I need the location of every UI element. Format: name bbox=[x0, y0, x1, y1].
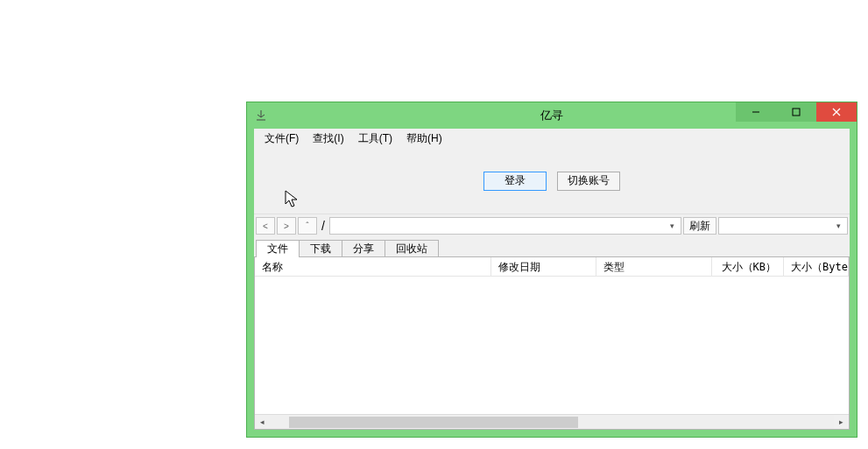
horizontal-scrollbar[interactable]: ◂ ▸ bbox=[255, 414, 849, 429]
minimize-button[interactable] bbox=[736, 102, 776, 122]
menu-file[interactable]: 文件(F) bbox=[258, 130, 306, 148]
toolbar: 登录 切换账号 bbox=[254, 148, 850, 214]
scroll-right-icon[interactable]: ▸ bbox=[834, 415, 849, 430]
login-button[interactable]: 登录 bbox=[483, 172, 547, 191]
list-body[interactable] bbox=[255, 277, 849, 414]
tab-download[interactable]: 下载 bbox=[299, 240, 342, 257]
client-area: 文件(F) 查找(I) 工具(T) 帮助(H) 登录 切换账号 < > ˆ / … bbox=[254, 129, 850, 430]
column-name[interactable]: 名称 bbox=[255, 257, 491, 276]
menu-help[interactable]: 帮助(H) bbox=[399, 130, 449, 148]
column-type[interactable]: 类型 bbox=[596, 257, 712, 276]
tab-recycle[interactable]: 回收站 bbox=[385, 240, 439, 257]
app-icon bbox=[254, 109, 268, 123]
menu-tools[interactable]: 工具(T) bbox=[351, 130, 399, 148]
nav-separator: / bbox=[319, 219, 328, 233]
menubar: 文件(F) 查找(I) 工具(T) 帮助(H) bbox=[254, 129, 850, 148]
scroll-thumb[interactable] bbox=[289, 417, 578, 428]
app-window: 亿寻 文件(F) 查找(I) 工具(T) 帮助(H) 登录 切换账号 < > bbox=[246, 102, 857, 438]
nav-forward-button[interactable]: > bbox=[277, 217, 296, 235]
nav-back-button[interactable]: < bbox=[256, 217, 275, 235]
column-size-kb[interactable]: 大小（KB） bbox=[712, 257, 784, 276]
scroll-track[interactable] bbox=[270, 415, 834, 430]
column-headers: 名称 修改日期 类型 大小（KB） 大小（Byte） bbox=[255, 257, 849, 277]
filter-combobox[interactable]: ▾ bbox=[718, 217, 848, 235]
window-controls bbox=[736, 102, 857, 122]
svg-rect-1 bbox=[793, 109, 800, 116]
tab-files[interactable]: 文件 bbox=[256, 240, 300, 257]
titlebar[interactable]: 亿寻 bbox=[247, 102, 857, 129]
switch-account-button[interactable]: 切换账号 bbox=[557, 172, 620, 191]
tabstrip: 文件 下载 分享 回收站 bbox=[254, 237, 850, 256]
column-modified[interactable]: 修改日期 bbox=[491, 257, 596, 276]
close-button[interactable] bbox=[816, 102, 857, 122]
tab-share[interactable]: 分享 bbox=[342, 240, 385, 257]
maximize-button[interactable] bbox=[776, 102, 816, 122]
nav-up-button[interactable]: ˆ bbox=[298, 217, 317, 235]
chevron-down-icon: ▾ bbox=[665, 218, 679, 234]
file-listview[interactable]: 名称 修改日期 类型 大小（KB） 大小（Byte） ◂ ▸ bbox=[254, 256, 850, 430]
refresh-button[interactable]: 刷新 bbox=[683, 217, 716, 235]
menu-find[interactable]: 查找(I) bbox=[306, 130, 350, 148]
scroll-left-icon[interactable]: ◂ bbox=[255, 415, 270, 430]
column-size-byte[interactable]: 大小（Byte） bbox=[784, 257, 849, 276]
navbar: < > ˆ / ▾ 刷新 ▾ bbox=[254, 214, 850, 237]
path-combobox[interactable]: ▾ bbox=[329, 217, 681, 235]
chevron-down-icon: ▾ bbox=[831, 218, 845, 234]
